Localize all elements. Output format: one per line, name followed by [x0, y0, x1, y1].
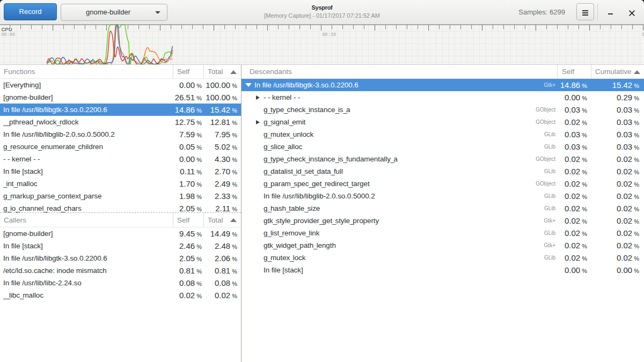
svg-text:00:30: 00:30 — [323, 32, 336, 38]
svg-text:01:00: 01:00 — [642, 32, 644, 38]
svg-text:CPU: CPU — [2, 26, 12, 32]
svg-text:00:00: 00:00 — [2, 32, 16, 38]
